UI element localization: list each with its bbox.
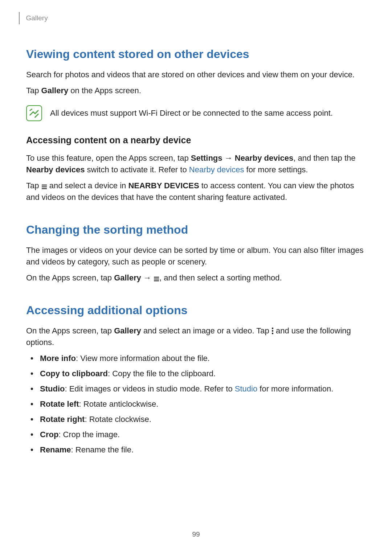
page-number: 99 bbox=[0, 529, 392, 539]
paragraph: On the Apps screen, tap Gallery → , and … bbox=[26, 272, 366, 284]
text: and select a device in bbox=[47, 181, 128, 190]
text: Tap bbox=[26, 86, 41, 95]
bold-text: Settings bbox=[191, 153, 222, 163]
section-title-sorting: Changing the sorting method bbox=[26, 221, 366, 238]
text: On the Apps screen, tap bbox=[26, 273, 114, 282]
link-studio[interactable]: Studio bbox=[235, 384, 257, 393]
list-item: Rename: Rename the file. bbox=[38, 444, 366, 456]
note-icon bbox=[26, 105, 42, 121]
options-list: More info: View more information about t… bbox=[26, 353, 366, 455]
paragraph: On the Apps screen, tap Gallery and sele… bbox=[26, 325, 366, 348]
paragraph: To use this feature, open the Apps scree… bbox=[26, 152, 366, 176]
bold-text: NEARBY DEVICES bbox=[128, 181, 199, 190]
text: : Edit images or videos in studio mode. … bbox=[65, 384, 234, 393]
bold-text: Copy to clipboard bbox=[40, 369, 108, 378]
text: : Rotate anticlockwise. bbox=[79, 399, 159, 409]
text: for more information. bbox=[257, 384, 333, 393]
text: : Copy the file to the clipboard. bbox=[108, 369, 216, 378]
text: : Rotate clockwise. bbox=[85, 415, 151, 424]
text: Tap bbox=[26, 181, 41, 190]
text: , and then select a sorting method. bbox=[159, 273, 282, 282]
bold-text: Nearby devices bbox=[235, 153, 293, 163]
section-title-viewing: Viewing content stored on other devices bbox=[26, 46, 366, 62]
header-divider bbox=[19, 12, 20, 24]
bold-text: Rotate right bbox=[40, 415, 85, 424]
list-item: More info: View more information about t… bbox=[38, 353, 366, 364]
text: for more settings. bbox=[244, 165, 308, 174]
bold-text: More info bbox=[40, 354, 76, 363]
svg-point-7 bbox=[272, 330, 273, 332]
text: : View more information about the file. bbox=[76, 354, 210, 363]
bold-text: Crop bbox=[40, 430, 58, 439]
header-section-label: Gallery bbox=[26, 13, 48, 23]
text: To use this feature, open the Apps scree… bbox=[26, 153, 191, 163]
link-nearby-devices[interactable]: Nearby devices bbox=[189, 165, 244, 174]
text: , and then tap the bbox=[293, 153, 355, 163]
bold-text: Rotate left bbox=[40, 399, 79, 409]
paragraph: The images or videos on your device can … bbox=[26, 245, 366, 268]
paragraph: Tap and select a device in NEARBY DEVICE… bbox=[26, 180, 366, 203]
subsection-title-accessing-nearby: Accessing content on a nearby device bbox=[26, 134, 366, 147]
text: switch to activate it. Refer to bbox=[85, 165, 189, 174]
bold-text: Gallery bbox=[41, 86, 69, 95]
page-header: Gallery bbox=[26, 11, 366, 25]
list-item: Rotate right: Rotate clockwise. bbox=[38, 414, 366, 425]
text: → bbox=[141, 273, 154, 282]
text: → bbox=[222, 153, 235, 163]
page-content: Gallery Viewing content stored on other … bbox=[0, 0, 392, 455]
svg-point-6 bbox=[272, 328, 273, 329]
menu-icon bbox=[41, 184, 47, 189]
list-item: Crop: Crop the image. bbox=[38, 429, 366, 440]
bold-text: Rename bbox=[40, 445, 71, 454]
text: and select an image or a video. Tap bbox=[141, 326, 271, 335]
bold-text: Gallery bbox=[114, 326, 141, 335]
bold-text: Nearby devices bbox=[26, 165, 85, 174]
menu-icon bbox=[154, 276, 159, 282]
text: On the Apps screen, tap bbox=[26, 326, 114, 335]
svg-point-8 bbox=[272, 333, 273, 334]
paragraph: Tap Gallery on the Apps screen. bbox=[26, 85, 366, 97]
text: : Rename the file. bbox=[71, 445, 134, 454]
note-callout: All devices must support Wi-Fi Direct or… bbox=[26, 105, 366, 121]
list-item: Rotate left: Rotate anticlockwise. bbox=[38, 398, 366, 410]
list-item: Copy to clipboard: Copy the file to the … bbox=[38, 368, 366, 379]
bold-text: Gallery bbox=[114, 273, 141, 282]
list-item: Studio: Edit images or videos in studio … bbox=[38, 383, 366, 395]
text: : Crop the image. bbox=[58, 430, 120, 439]
text: on the Apps screen. bbox=[68, 86, 141, 95]
section-title-additional-options: Accessing additional options bbox=[26, 302, 366, 319]
bold-text: Studio bbox=[40, 384, 65, 393]
note-text: All devices must support Wi-Fi Direct or… bbox=[50, 107, 333, 119]
paragraph: Search for photos and videos that are st… bbox=[26, 69, 366, 81]
